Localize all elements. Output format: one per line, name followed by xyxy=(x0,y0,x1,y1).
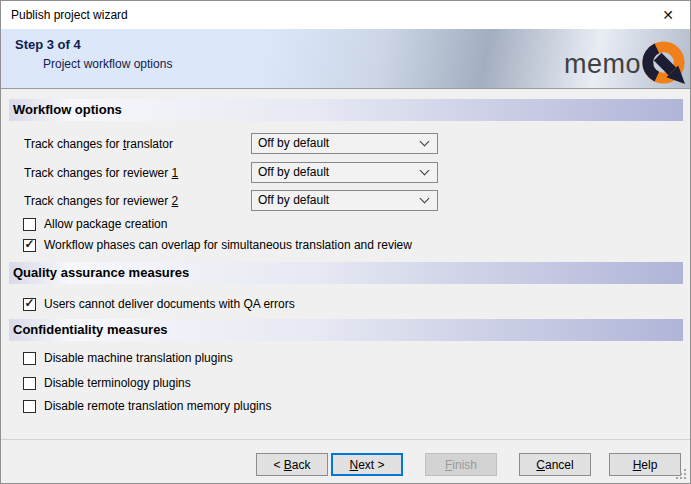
finish-button: Finish xyxy=(425,453,497,476)
chevron-down-icon xyxy=(420,137,430,147)
checkbox-label: Disable machine translation plugins xyxy=(44,351,233,365)
cancel-button[interactable]: Cancel xyxy=(519,453,591,476)
checkmark-icon: ✓ xyxy=(24,298,34,309)
checkbox-label: Disable terminology plugins xyxy=(44,376,191,390)
track-changes-translator-select[interactable]: Off by default xyxy=(251,133,438,154)
checkmark-icon: ✓ xyxy=(24,239,34,250)
chevron-down-icon xyxy=(420,166,430,176)
chevron-down-icon xyxy=(420,194,430,204)
wizard-header: Step 3 of 4 Project workflow options mem… xyxy=(1,29,690,89)
qa-errors-checkbox[interactable]: ✓ xyxy=(23,298,36,311)
window-title: Publish project wizard xyxy=(11,1,128,29)
checkbox-label: Users cannot deliver documents with QA e… xyxy=(44,297,295,311)
checkbox-label: Workflow phases can overlap for simultan… xyxy=(44,238,412,252)
disable-terminology-plugins-row: Disable terminology plugins xyxy=(23,376,191,390)
track-changes-reviewer1-label: Track changes for reviewer 1 xyxy=(24,166,178,180)
track-changes-reviewer2-select[interactable]: Off by default xyxy=(251,190,438,211)
allow-package-creation-row: Allow package creation xyxy=(23,217,167,231)
track-changes-reviewer1-select[interactable]: Off by default xyxy=(251,162,438,183)
selected-value: Off by default xyxy=(258,191,329,210)
selected-value: Off by default xyxy=(258,163,329,182)
checkbox-label: Disable remote translation memory plugin… xyxy=(44,399,271,413)
workflow-phases-overlap-row: ✓ Workflow phases can overlap for simult… xyxy=(23,238,412,252)
disable-remote-tm-plugins-row: Disable remote translation memory plugin… xyxy=(23,399,271,413)
disable-mt-plugins-row: Disable machine translation plugins xyxy=(23,351,233,365)
title-bar: Publish project wizard ✕ xyxy=(1,1,690,29)
next-button[interactable]: Next > xyxy=(331,453,403,476)
back-button[interactable]: < Back xyxy=(256,453,328,476)
disable-remote-tm-plugins-checkbox[interactable] xyxy=(23,400,36,413)
qa-errors-row: ✓ Users cannot deliver documents with QA… xyxy=(23,297,295,311)
track-changes-translator-label: Track changes for translator xyxy=(24,137,173,151)
workflow-phases-overlap-checkbox[interactable]: ✓ xyxy=(23,239,36,252)
section-header-quality-assurance: Quality assurance measures xyxy=(9,262,683,284)
section-header-confidentiality: Confidentiality measures xyxy=(9,319,683,341)
close-icon[interactable]: ✕ xyxy=(646,1,690,29)
selected-value: Off by default xyxy=(258,134,329,153)
checkbox-label: Allow package creation xyxy=(44,217,167,231)
publish-project-wizard-dialog: Publish project wizard ✕ Step 3 of 4 Pro… xyxy=(0,0,691,484)
memoq-logo-q-icon xyxy=(641,40,688,87)
allow-package-creation-checkbox[interactable] xyxy=(23,218,36,231)
page-title: Project workflow options xyxy=(43,57,172,71)
disable-terminology-plugins-checkbox[interactable] xyxy=(23,377,36,390)
help-button[interactable]: Help xyxy=(609,453,681,476)
memoq-logo-text: memo xyxy=(564,49,641,80)
button-strip-divider xyxy=(1,439,690,440)
step-indicator: Step 3 of 4 xyxy=(15,37,81,52)
section-header-workflow-options: Workflow options xyxy=(9,99,683,121)
resize-grip[interactable] xyxy=(676,469,687,480)
disable-mt-plugins-checkbox[interactable] xyxy=(23,352,36,365)
track-changes-reviewer2-label: Track changes for reviewer 2 xyxy=(24,194,178,208)
